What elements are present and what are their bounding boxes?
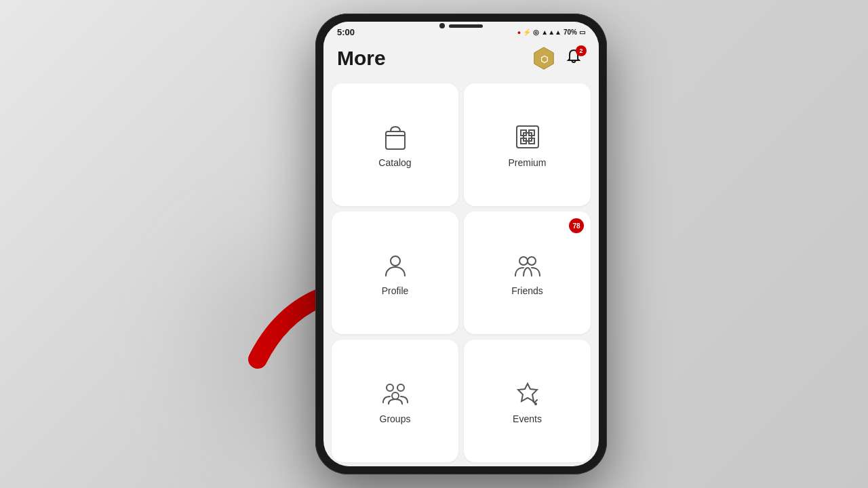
svg-point-15 <box>392 392 399 399</box>
profile-icon <box>380 250 410 280</box>
phone-notch <box>439 23 483 28</box>
svg-point-12 <box>528 257 536 265</box>
profile-label: Profile <box>382 285 409 296</box>
groups-icon <box>380 378 410 408</box>
speaker-bar <box>449 24 483 28</box>
svg-rect-9 <box>524 133 532 141</box>
events-icon <box>513 378 542 408</box>
phone-frame: 5:00 ● ⚡ ◎ ▲▲▲ 70% ▭ More ⬡ <box>315 14 607 474</box>
groups-label: Groups <box>380 413 411 424</box>
svg-point-14 <box>397 384 404 391</box>
premium-icon <box>513 122 542 152</box>
profile-item[interactable]: Profile <box>332 211 458 334</box>
catalog-label: Catalog <box>378 157 411 168</box>
friends-icon <box>513 250 542 280</box>
svg-point-11 <box>519 257 528 265</box>
bag-icon <box>380 122 410 152</box>
hexagon-badge-icon[interactable]: ⬡ <box>531 45 557 71</box>
events-item[interactable]: Events <box>464 340 591 462</box>
premium-item[interactable]: Premium <box>464 83 591 206</box>
svg-point-10 <box>391 256 400 266</box>
menu-grid: Catalog Premium <box>323 79 599 466</box>
svg-text:⬡: ⬡ <box>540 54 548 64</box>
premium-label: Premium <box>508 157 546 168</box>
events-label: Events <box>513 413 542 424</box>
wifi-icon: ◎ <box>533 28 539 36</box>
recording-dot: ● <box>517 29 521 36</box>
bluetooth-icon: ⚡ <box>523 28 531 36</box>
svg-rect-4 <box>517 126 538 148</box>
notification-bell[interactable]: 2 <box>562 47 585 70</box>
friends-label: Friends <box>511 285 543 296</box>
app-title: More <box>337 47 386 70</box>
battery-icon: ▭ <box>579 28 585 36</box>
signal-icon: ▲▲▲ <box>541 28 561 36</box>
notification-badge: 2 <box>576 45 587 56</box>
friends-item[interactable]: 78 Friends <box>464 211 591 334</box>
battery-level: 70% <box>564 28 577 36</box>
groups-item[interactable]: Groups <box>332 340 458 462</box>
status-time: 5:00 <box>337 27 355 37</box>
svg-point-13 <box>387 384 393 391</box>
header-icons: ⬡ 2 <box>531 45 585 71</box>
friends-badge: 78 <box>569 218 584 233</box>
app-header: More ⬡ 2 <box>323 40 599 79</box>
phone-screen: 5:00 ● ⚡ ◎ ▲▲▲ 70% ▭ More ⬡ <box>323 22 599 466</box>
status-icons: ● ⚡ ◎ ▲▲▲ 70% ▭ <box>517 28 585 36</box>
svg-rect-3 <box>386 131 405 149</box>
camera-dot <box>439 23 445 28</box>
catalog-item[interactable]: Catalog <box>332 83 458 206</box>
